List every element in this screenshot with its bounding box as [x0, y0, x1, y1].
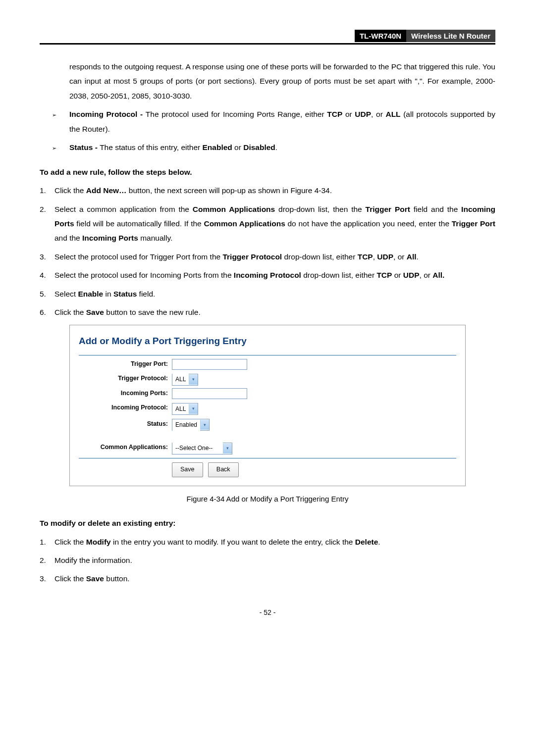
page-number: - 52 - [40, 606, 495, 619]
step-number: 2. [40, 553, 54, 567]
row-incoming-protocol: Incoming Protocol: ALL ▾ [79, 401, 456, 415]
step-number: 1. [40, 535, 54, 549]
step-number: 4. [40, 268, 54, 282]
step-text: Modify the information. [54, 553, 495, 567]
common-apps-select[interactable]: --Select One-- ▾ [172, 443, 232, 454]
step-text: Click the Modify in the entry you want t… [54, 535, 495, 549]
step-number: 5. [40, 287, 54, 301]
bullet-text: Status - The status of this entry, eithe… [69, 140, 495, 154]
label-incoming-ports: Incoming Ports: [79, 388, 172, 400]
step2-3: 3. Click the Save button. [40, 571, 495, 586]
bullet-label: Status - [69, 143, 100, 151]
step-4: 4. Select the protocol used for Incoming… [40, 268, 495, 282]
header-desc: Wireless Lite N Router [406, 30, 495, 42]
step-2: 2. Select a common application from the … [40, 202, 495, 246]
page-header: TL-WR740NWireless Lite N Router [40, 30, 495, 45]
step-text: Click the Add New… button, the next scre… [54, 183, 495, 198]
bullet-marker-icon: ➢ [52, 107, 69, 136]
step-text: Click the Save button to save the new ru… [54, 305, 495, 319]
back-button[interactable]: Back [208, 462, 239, 477]
label-trigger-protocol: Trigger Protocol: [79, 373, 172, 385]
step-number: 1. [40, 183, 54, 198]
figure-divider [79, 458, 456, 458]
page-content: responds to the outgoing request. A resp… [40, 59, 495, 619]
step-5: 5. Select Enable in Status field. [40, 287, 495, 301]
document-page: TL-WR740NWireless Lite N Router responds… [0, 0, 535, 639]
incoming-protocol-select[interactable]: ALL ▾ [172, 403, 198, 415]
step-text: Select the protocol used for Trigger Por… [54, 250, 495, 264]
row-trigger-protocol: Trigger Protocol: ALL ▾ [79, 371, 456, 386]
step2-1: 1. Click the Modify in the entry you wan… [40, 535, 495, 549]
trigger-port-input[interactable] [172, 359, 247, 370]
figure-box: Add or Modify a Port Triggering Entry Tr… [69, 325, 466, 486]
step-3: 3. Select the protocol used for Trigger … [40, 250, 495, 264]
label-incoming-protocol: Incoming Protocol: [79, 402, 172, 414]
step2-2: 2. Modify the information. [40, 553, 495, 567]
figure-title: Add or Modify a Port Triggering Entry [79, 332, 456, 350]
row-trigger-port: Trigger Port: [79, 358, 456, 370]
trigger-protocol-select[interactable]: ALL ▾ [172, 374, 198, 386]
bullet-incoming-protocol: ➢ Incoming Protocol - The protocol used … [52, 107, 495, 136]
step-text: Click the Save button. [54, 571, 495, 586]
step-number: 3. [40, 250, 54, 264]
bullet-text: Incoming Protocol - The protocol used fo… [69, 107, 495, 136]
step-number: 2. [40, 202, 54, 246]
step-number: 6. [40, 305, 54, 319]
continued-paragraph: responds to the outgoing request. A resp… [69, 59, 495, 103]
chevron-down-icon: ▾ [189, 404, 198, 414]
section-heading-modify: To modify or delete an existing entry: [40, 516, 495, 530]
section-heading-add: To add a new rule, follow the steps belo… [40, 165, 495, 179]
figure-divider [79, 355, 456, 355]
bullet-status: ➢ Status - The status of this entry, eit… [52, 140, 495, 154]
step-text: Select Enable in Status field. [54, 287, 495, 301]
step-text: Select the protocol used for Incoming Po… [54, 268, 495, 282]
row-common-apps: Common Applications: --Select One-- ▾ [79, 440, 456, 454]
row-buttons: Save Back [79, 461, 456, 477]
label-status: Status: [79, 418, 172, 430]
status-select[interactable]: Enabled ▾ [172, 419, 210, 431]
chevron-down-icon: ▾ [223, 444, 232, 454]
save-button[interactable]: Save [172, 462, 203, 477]
incoming-ports-input[interactable] [172, 388, 247, 399]
chevron-down-icon: ▾ [200, 420, 209, 430]
bullet-label: Incoming Protocol - [69, 110, 146, 118]
step-number: 3. [40, 571, 54, 586]
label-trigger-port: Trigger Port: [79, 358, 172, 370]
label-common-apps: Common Applications: [79, 442, 172, 454]
step-text: Select a common application from the Com… [54, 202, 495, 246]
header-model: TL-WR740N [355, 30, 406, 42]
chevron-down-icon: ▾ [189, 375, 198, 385]
figure-caption: Figure 4-34 Add or Modify a Port Trigger… [40, 492, 495, 506]
row-status: Status: Enabled ▾ [79, 417, 456, 431]
step-6: 6. Click the Save button to save the new… [40, 305, 495, 319]
step-1: 1. Click the Add New… button, the next s… [40, 183, 495, 198]
bullet-marker-icon: ➢ [52, 140, 69, 154]
row-incoming-ports: Incoming Ports: [79, 388, 456, 400]
